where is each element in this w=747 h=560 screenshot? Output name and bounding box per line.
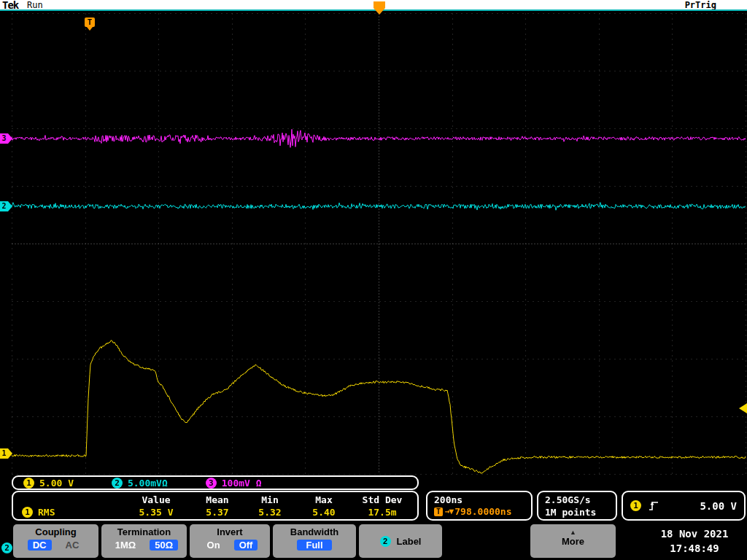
trigger-level-value: 5.00 V	[700, 500, 737, 512]
bandwidth-full-option[interactable]: Full	[297, 540, 331, 551]
header-mean: Mean	[191, 494, 244, 506]
measurement-readout: Value Mean Min Max Std Dev 1 RMS 5.35 V …	[12, 491, 419, 521]
channel-scale-readout: 1 5.00 V 2 5.00mVΩ 3 100mV Ω	[12, 475, 419, 490]
sample-rate: 2.50GS/s	[545, 494, 609, 506]
more-button[interactable]: ▲ More	[530, 524, 616, 558]
invert-off-option[interactable]: Off	[234, 540, 258, 551]
more-button-text: More	[562, 536, 584, 547]
trigger-time-indicator[interactable]: T	[85, 18, 95, 27]
coupling-dc-option[interactable]: DC	[28, 540, 52, 551]
active-channel-badge: 2	[1, 542, 12, 553]
bandwidth-label: Bandwidth	[273, 526, 356, 537]
coupling-button[interactable]: Coupling DC AC	[13, 524, 98, 558]
measurement-min: 5.32	[244, 506, 296, 518]
invert-label: Invert	[190, 526, 270, 537]
trigger-t-icon: T	[434, 508, 443, 516]
label-button[interactable]: 2 Label	[359, 524, 442, 558]
label-button-text: Label	[397, 536, 422, 547]
measurement-value: 5.35 V	[121, 506, 191, 518]
measurement-name: RMS	[38, 506, 55, 518]
date-value: 18 Nov 2021	[651, 526, 738, 541]
record-length: 1M points	[545, 506, 609, 518]
trigger-readout: 1 5.00 V	[622, 491, 746, 521]
measurement-corner	[19, 494, 121, 506]
header-value: Value	[121, 494, 191, 506]
coupling-ac-option[interactable]: AC	[61, 540, 85, 551]
measurement-source: 1 RMS	[19, 506, 121, 518]
invert-button[interactable]: Invert On Off	[190, 524, 270, 558]
timebase-readout: 200ns T →▼ 798.0000ns	[426, 491, 533, 521]
timebase-value: 200ns	[434, 494, 525, 506]
oscilloscope-screen: Tek Run PrTrig T 3 2 1 1 5.00 V 2 5.00mV…	[0, 0, 747, 560]
measurement-ch-badge: 1	[22, 507, 33, 518]
trigger-position-readout: T →▼ 798.0000ns	[434, 506, 525, 518]
ch3-scale-value: 100mV Ω	[222, 478, 262, 489]
chevron-up-icon: ▲	[530, 529, 616, 536]
bandwidth-button[interactable]: Bandwidth Full	[273, 524, 356, 558]
ch3-scale-group: 3 100mV Ω	[206, 478, 262, 489]
datetime-readout: 18 Nov 2021 17:48:49	[651, 526, 738, 556]
ch3-ground-marker[interactable]: 3	[0, 133, 8, 144]
termination-button[interactable]: Termination 1MΩ 50Ω	[101, 524, 187, 558]
termination-50-option[interactable]: 50Ω	[150, 540, 178, 551]
ch1-badge[interactable]: 1	[23, 478, 34, 489]
measurement-stddev: 17.5m	[352, 506, 413, 518]
header-stddev: Std Dev	[352, 494, 413, 506]
rising-edge-icon	[648, 500, 659, 512]
invert-on-option[interactable]: On	[202, 540, 225, 551]
ch1-ground-marker[interactable]: 1	[0, 448, 8, 459]
termination-1m-option[interactable]: 1MΩ	[110, 540, 141, 551]
ch2-scale-value: 5.00mVΩ	[128, 478, 168, 489]
trigger-arrow-icon: →▼	[445, 506, 453, 518]
acquisition-status: Run	[27, 0, 43, 10]
ch3-badge[interactable]: 3	[206, 478, 217, 489]
ch1-scale-value: 5.00 V	[39, 478, 74, 489]
measurement-max: 5.40	[296, 506, 352, 518]
trigger-source-badge: 1	[630, 500, 641, 511]
coupling-label: Coupling	[13, 526, 98, 537]
ch2-ground-marker[interactable]: 2	[0, 201, 8, 211]
measurement-mean: 5.37	[191, 506, 244, 518]
label-ch-badge: 2	[380, 536, 391, 547]
termination-label: Termination	[101, 526, 187, 537]
record-view-bar	[0, 9, 747, 11]
ch1-scale-group: 1 5.00 V	[23, 478, 74, 489]
ch2-badge[interactable]: 2	[112, 478, 123, 489]
trigger-position-value: 798.0000ns	[454, 506, 511, 518]
header-max: Max	[296, 494, 352, 506]
acquisition-readout: 2.50GS/s 1M points	[537, 491, 617, 521]
time-value: 17:48:49	[651, 541, 738, 556]
ch2-scale-group: 2 5.00mVΩ	[112, 478, 168, 489]
header-min: Min	[244, 494, 296, 506]
pretrig-label: PrTrig	[685, 0, 716, 10]
